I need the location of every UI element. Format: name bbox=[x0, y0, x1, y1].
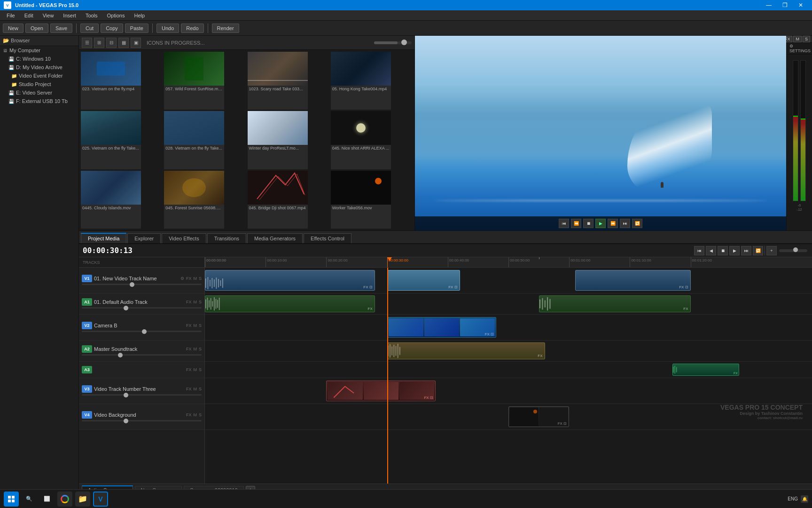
toolbar-undo[interactable]: Undo bbox=[156, 24, 179, 33]
tree-video-event-folder[interactable]: 📁 Video Event Folder bbox=[0, 71, 78, 80]
clip-a3-green[interactable]: FX bbox=[672, 364, 739, 376]
track-fx-v1[interactable]: FX bbox=[186, 276, 192, 281]
tree-d-drive[interactable]: 💾 D: My Video Archive bbox=[0, 63, 78, 71]
menu-file[interactable]: File bbox=[2, 12, 20, 19]
maximize-button[interactable]: ❐ bbox=[777, 0, 792, 10]
taskbar-notify[interactable]: 🔔 bbox=[801, 495, 808, 503]
menu-tools[interactable]: Tools bbox=[81, 12, 102, 19]
toolbar-open[interactable]: Open bbox=[25, 24, 48, 33]
tl-btn-prev[interactable]: ⏮ bbox=[694, 246, 704, 255]
volume-knob-v1[interactable] bbox=[130, 282, 134, 287]
track-m-v2[interactable]: M bbox=[193, 323, 197, 328]
tl-btn-next[interactable]: ⏭ bbox=[741, 246, 751, 255]
clip-v1-b[interactable]: FX ⊡ bbox=[387, 270, 460, 291]
tab-transitions[interactable]: Transitions bbox=[207, 233, 246, 243]
media-item-10[interactable]: 045. Bridge Dji shot 0067.mp4 bbox=[248, 171, 308, 229]
ruler-area[interactable]: 00:00:00:00 00:00:10:00 00:00:20:00 00:0… bbox=[205, 257, 812, 267]
media-item-2[interactable]: 1023. Scary road Take 033... bbox=[248, 52, 308, 110]
clip-a1-main[interactable]: FX bbox=[205, 295, 375, 312]
media-view-details[interactable]: ▦ bbox=[118, 38, 129, 48]
volume-knob-a1[interactable] bbox=[124, 306, 128, 310]
track-s-v1[interactable]: S bbox=[199, 276, 202, 281]
preview-rewind[interactable]: ⏪ bbox=[571, 219, 581, 228]
menu-edit[interactable]: Edit bbox=[20, 12, 38, 19]
tl-btn-play[interactable]: ▶ bbox=[729, 246, 740, 255]
clip-v1-main[interactable]: FX ⊡ bbox=[205, 270, 375, 291]
media-item-7[interactable]: 045. Nice shot ARRI ALEXA ... bbox=[331, 111, 391, 169]
taskbar-chrome[interactable] bbox=[57, 492, 72, 507]
media-item-0[interactable]: 023. Vietnam on the fly.mp4 bbox=[81, 52, 141, 110]
zoom-knob[interactable] bbox=[401, 40, 407, 45]
track-fx-v4[interactable]: FX bbox=[186, 413, 192, 417]
media-item-9[interactable]: 045. Forest Sunrise 05698.mov bbox=[164, 171, 224, 229]
menu-help[interactable]: Help bbox=[129, 12, 149, 19]
media-item-5[interactable]: 028. Vietnam on the fly Take... bbox=[164, 111, 224, 169]
track-settings-v1[interactable]: ⚙ bbox=[180, 276, 184, 281]
volume-knob-v4[interactable] bbox=[124, 419, 128, 423]
preview-skip-end[interactable]: ⏭ bbox=[620, 219, 630, 228]
toolbar-copy[interactable]: Copy bbox=[101, 24, 123, 33]
clip-v4-worker[interactable]: FX ⊡ bbox=[508, 406, 569, 427]
clip-v2-surf[interactable]: FX ⊡ bbox=[387, 317, 497, 338]
timeline-zoom-slider[interactable] bbox=[779, 249, 807, 252]
tab-video-effects[interactable]: Video Effects bbox=[162, 233, 206, 243]
media-view-grid[interactable]: ⊞ bbox=[94, 38, 104, 48]
track-fx-a1[interactable]: FX bbox=[186, 300, 192, 304]
track-s-v3[interactable]: S bbox=[199, 387, 202, 391]
tl-btn-zoom-in[interactable]: + bbox=[766, 246, 777, 255]
tl-btn-stop[interactable]: ⏹ bbox=[718, 246, 728, 255]
media-view-preview[interactable]: ▣ bbox=[131, 38, 141, 48]
tree-f-drive[interactable]: 💾 F: External USB 10 Tb bbox=[0, 97, 78, 105]
track-fx-v2[interactable]: FX bbox=[186, 323, 192, 328]
close-button[interactable]: ✕ bbox=[793, 0, 808, 10]
tl-btn-loop[interactable]: 🔁 bbox=[753, 246, 763, 255]
volume-knob-a2[interactable] bbox=[118, 353, 123, 357]
toolbar-cut[interactable]: Cut bbox=[80, 24, 99, 33]
menu-view[interactable]: View bbox=[38, 12, 59, 19]
menu-insert[interactable]: Insert bbox=[58, 12, 81, 19]
volume-knob-v2[interactable] bbox=[142, 329, 147, 334]
clip-a1-b[interactable]: FX bbox=[539, 295, 691, 312]
s-button[interactable]: S bbox=[803, 36, 810, 42]
track-s-a1[interactable]: S bbox=[199, 300, 202, 304]
tab-media-generators[interactable]: Media Generators bbox=[247, 233, 303, 243]
tab-project-media[interactable]: Project Media bbox=[81, 233, 126, 243]
media-item-11[interactable]: Worker Take056.mov bbox=[331, 171, 391, 229]
menu-options[interactable]: Options bbox=[102, 12, 130, 19]
media-item-3[interactable]: 05. Hong Kong Take004.mp4 bbox=[331, 52, 391, 110]
volume-knob-v3[interactable] bbox=[124, 393, 128, 397]
track-m-v3[interactable]: M bbox=[193, 387, 197, 391]
tab-explorer[interactable]: Explorer bbox=[127, 233, 161, 243]
media-item-4[interactable]: 025. Vietnam on the fly Take... bbox=[81, 111, 141, 169]
taskbar-search[interactable]: 🔍 bbox=[22, 492, 37, 507]
track-m-a2[interactable]: M bbox=[193, 347, 197, 351]
m-button[interactable]: M bbox=[793, 36, 802, 42]
track-m-a1[interactable]: M bbox=[193, 300, 197, 304]
taskbar-explorer[interactable]: 📁 bbox=[75, 492, 90, 507]
tree-studio-project[interactable]: 📁 Studio Project bbox=[0, 80, 78, 88]
media-view-large[interactable]: ⊟ bbox=[106, 38, 117, 48]
media-item-1[interactable]: 057. Wild Forest SunRise.mp4 bbox=[164, 52, 224, 110]
preview-play[interactable]: ▶ bbox=[595, 219, 606, 228]
track-fx-a3[interactable]: FX bbox=[186, 367, 192, 372]
preview-forward[interactable]: ⏩ bbox=[608, 219, 618, 228]
track-m-v4[interactable]: M bbox=[193, 413, 197, 417]
track-m-a3[interactable]: M bbox=[193, 367, 197, 372]
media-item-8[interactable]: 0445. Cloudy Islands.mov bbox=[81, 171, 141, 229]
track-fx-a2[interactable]: FX bbox=[186, 347, 192, 351]
taskbar-vegas[interactable]: V bbox=[93, 492, 108, 507]
clip-a2-main[interactable]: FX bbox=[387, 342, 545, 359]
clip-v1-c[interactable]: FX ⊡ bbox=[575, 270, 690, 291]
zoom-slider[interactable] bbox=[374, 41, 412, 44]
tree-my-computer[interactable]: 🖥 My Computer bbox=[0, 46, 78, 55]
media-item-6[interactable]: Winter day ProResLT.mo... bbox=[248, 111, 308, 169]
taskbar-cortana[interactable]: ⬜ bbox=[39, 492, 55, 507]
toolbar-render[interactable]: Render bbox=[212, 24, 239, 33]
tree-c-drive[interactable]: 💾 C: Windows 10 bbox=[0, 55, 78, 63]
start-button[interactable] bbox=[4, 492, 19, 507]
toolbar-save[interactable]: Save bbox=[50, 24, 72, 33]
tl-btn-rw[interactable]: ◀ bbox=[706, 246, 716, 255]
timeline-zoom-knob[interactable] bbox=[793, 247, 798, 252]
tab-effects-control[interactable]: Effects Control bbox=[304, 233, 351, 243]
tree-e-drive[interactable]: 💾 E: Video Server bbox=[0, 88, 78, 97]
